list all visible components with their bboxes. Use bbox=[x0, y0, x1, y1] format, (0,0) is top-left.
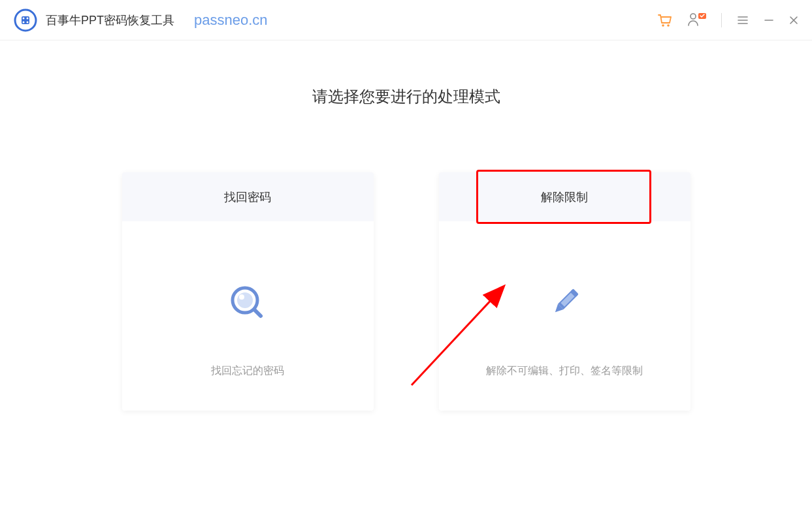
page-title: 请选择您要进行的处理模式 bbox=[312, 86, 500, 107]
recover-password-card[interactable]: 找回密码 找回忘记的密码 bbox=[122, 172, 374, 411]
svg-point-18 bbox=[239, 294, 244, 300]
cards-container: 找回密码 找回忘记的密码 解除限制 bbox=[122, 172, 690, 411]
header-left-group: 百事牛PPT密码恢复工具 passneo.cn bbox=[13, 8, 268, 33]
divider bbox=[721, 13, 722, 27]
account-button[interactable] bbox=[687, 12, 707, 28]
svg-point-7 bbox=[667, 24, 670, 27]
svg-point-17 bbox=[237, 292, 253, 308]
remove-restriction-card[interactable]: 解除限制 解除不可编辑、打印、签名等限制 bbox=[439, 172, 690, 411]
card-header-recover: 找回密码 bbox=[122, 172, 374, 221]
card-desc-recover: 找回忘记的密码 bbox=[211, 364, 284, 378]
svg-point-4 bbox=[23, 21, 25, 23]
card-body-remove: 解除不可编辑、打印、签名等限制 bbox=[439, 221, 690, 411]
app-header: 百事牛PPT密码恢复工具 passneo.cn bbox=[0, 0, 812, 40]
header-right-group bbox=[656, 12, 799, 29]
svg-point-5 bbox=[27, 21, 29, 23]
search-magnifier-icon bbox=[228, 283, 267, 322]
svg-point-6 bbox=[662, 24, 664, 27]
card-desc-remove: 解除不可编辑、打印、签名等限制 bbox=[486, 364, 643, 378]
close-button[interactable] bbox=[788, 15, 799, 25]
menu-button[interactable] bbox=[736, 14, 749, 27]
app-url: passneo.cn bbox=[194, 12, 268, 29]
minimize-button[interactable] bbox=[764, 15, 774, 25]
card-body-recover: 找回忘记的密码 bbox=[122, 221, 374, 411]
cart-button[interactable] bbox=[656, 12, 673, 29]
pencil-edit-icon bbox=[545, 283, 584, 322]
main-content: 请选择您要进行的处理模式 找回密码 找回忘记的密码 解除限制 bbox=[0, 40, 812, 411]
svg-point-3 bbox=[27, 17, 29, 19]
app-logo-icon bbox=[13, 8, 38, 33]
svg-rect-1 bbox=[22, 16, 29, 24]
card-header-remove: 解除限制 bbox=[439, 172, 690, 221]
svg-point-8 bbox=[690, 14, 696, 19]
svg-line-19 bbox=[255, 310, 261, 316]
svg-point-2 bbox=[23, 17, 25, 19]
app-title: 百事牛PPT密码恢复工具 bbox=[46, 12, 174, 28]
